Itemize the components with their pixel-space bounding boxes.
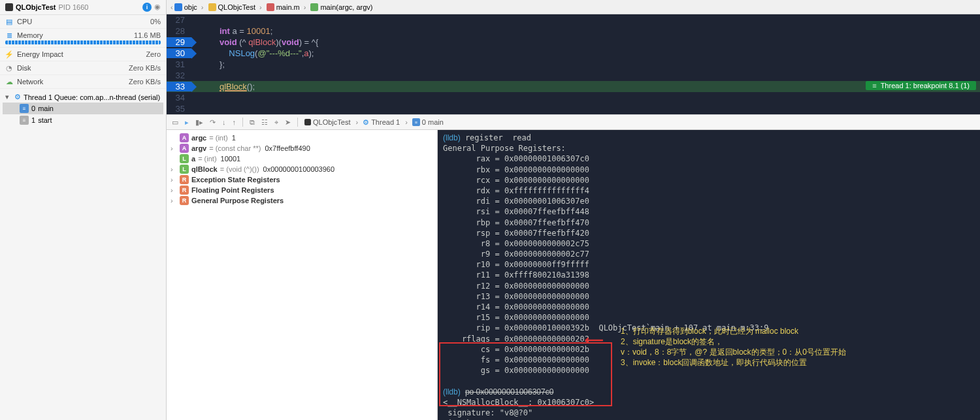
variable-row[interactable]: ›RException State Registers	[171, 174, 433, 185]
breadcrumb-segment[interactable]: main(argc, argv)	[301, 3, 373, 11]
debug-area: Aargc = (int) 1›Aargv = (const char **) …	[167, 130, 980, 420]
variable-row[interactable]: ›RFloating Point Registers	[171, 185, 433, 195]
disk-icon: ◔	[5, 64, 13, 72]
code-editor[interactable]: 2728 int a = 10001;29 void (^ qlBlock)(v…	[167, 14, 980, 114]
debug-crumb-segment[interactable]: ≡0 main	[402, 118, 444, 126]
variables-view[interactable]: Aargc = (int) 1›Aargv = (const char **) …	[167, 130, 438, 420]
eye-icon[interactable]: ◉	[154, 3, 161, 12]
line-number[interactable]: 35	[167, 104, 191, 114]
debug-crumb-label: QLObjcTest	[313, 118, 350, 126]
variable-row[interactable]: La = (int) 10001	[171, 153, 433, 164]
continue-icon[interactable]: ▮▸	[195, 118, 203, 127]
metric-row[interactable]: ⚡Energy ImpactZero	[0, 48, 166, 61]
thread-tree: ▾ ⚙ Thread 1 Queue: com.ap...n-thread (s…	[0, 89, 166, 129]
code-line[interactable]: 35	[167, 103, 980, 114]
variable-row[interactable]: ›RGeneral Purpose Registers	[171, 195, 433, 206]
lldb-console[interactable]: (lldb) register read General Purpose Reg…	[438, 130, 980, 420]
step-out-icon[interactable]: ↑	[233, 118, 237, 126]
location-icon[interactable]: ➤	[285, 118, 291, 127]
code-content: int a = 10001;	[191, 26, 272, 36]
var-kind-badge: L	[180, 154, 189, 163]
breakpoint-flag-text: Thread 1: breakpoint 8.1 (1)	[881, 82, 970, 89]
var-kind-badge: R	[180, 186, 189, 195]
hide-debug-icon[interactable]: ▭	[172, 118, 178, 127]
debug-navigator-sidebar: QLObjcTest PID 1660 i ◉ ▤CPU0%≣Memory11.…	[0, 0, 167, 420]
line-number[interactable]: 32	[167, 71, 191, 80]
breakpoints-icon[interactable]: ▸	[185, 118, 189, 127]
mem-icon: ≣	[5, 31, 13, 39]
variable-value: 10001	[221, 155, 241, 163]
line-number[interactable]: 29	[167, 37, 191, 47]
metric-row[interactable]: ☁NetworkZero KB/s	[0, 75, 166, 89]
variable-name: a	[191, 155, 195, 163]
frame-badge: ≡	[20, 104, 29, 113]
frame-badge: ≡	[20, 116, 29, 125]
breadcrumb-label: QLObjcTest	[218, 3, 255, 11]
annotation-text: 2、signature是block的签名，	[621, 336, 723, 347]
metric-row[interactable]: ◔DiskZero KB/s	[0, 61, 166, 75]
spray-icon[interactable]: ⌖	[274, 118, 278, 127]
variable-name: qlBlock	[191, 165, 218, 173]
var-kind-badge: A	[180, 144, 189, 153]
variable-row[interactable]: ›LqlBlock = (void (^)()) 0x0000000100003…	[171, 164, 433, 174]
debug-crumb-label: Thread 1	[371, 118, 400, 126]
line-number[interactable]: 34	[167, 93, 191, 103]
line-number[interactable]: 33	[167, 82, 191, 91]
line-number[interactable]: 28	[167, 26, 191, 36]
step-over-icon[interactable]: ↷	[210, 118, 216, 127]
debug-breadcrumb[interactable]: QLObjcTest⚙Thread 1≡0 main	[304, 118, 444, 127]
breadcrumb-icon	[208, 3, 216, 11]
code-line[interactable]: 34	[167, 92, 980, 103]
variable-name: argc	[191, 134, 206, 142]
disclosure-icon[interactable]: ▾	[5, 93, 12, 101]
variable-row[interactable]: Aargc = (int) 1	[171, 133, 433, 143]
line-number[interactable]: 27	[167, 15, 191, 25]
stack-frame-row[interactable]: ≡0 main	[3, 103, 163, 114]
variable-value: 0x0000000100003960	[263, 165, 335, 173]
code-line[interactable]: 31 };	[167, 59, 980, 70]
variable-row[interactable]: ›Aargv = (const char **) 0x7ffeefbff490	[171, 143, 433, 153]
code-line[interactable]: 32	[167, 70, 980, 81]
step-into-icon[interactable]: ↓	[222, 118, 226, 126]
code-line[interactable]: 27	[167, 14, 980, 25]
breakpoint-flag[interactable]: ≡Thread 1: breakpoint 8.1 (1)	[866, 81, 976, 90]
stack-frame-row[interactable]: ≡1 start	[3, 114, 163, 126]
main-area: ‹ objcQLObjcTestmain.mmain(argc, argv) 2…	[167, 0, 980, 420]
disclosure-icon[interactable]: ›	[171, 197, 177, 204]
memory-bar	[5, 40, 161, 44]
disclosure-icon[interactable]: ›	[171, 176, 177, 184]
metric-row[interactable]: ▤CPU0%	[0, 15, 166, 29]
memory-icon[interactable]: ☷	[261, 118, 268, 127]
code-line[interactable]: 29 void (^ qlBlock)(void) = ^{	[167, 37, 980, 48]
thread-icon: ⚙	[14, 93, 21, 101]
thread-row[interactable]: ▾ ⚙ Thread 1 Queue: com.ap...n-thread (s…	[3, 91, 163, 103]
debug-crumb-segment[interactable]: ⚙Thread 1	[353, 118, 400, 127]
metric-value: 11.6 MB	[134, 31, 161, 39]
var-kind-badge: R	[180, 175, 189, 184]
highlight-box	[439, 342, 612, 406]
metric-value: Zero	[146, 50, 161, 58]
breadcrumb-segment[interactable]: objc	[174, 3, 197, 11]
annotation-text: 1、打印寄存器得到block，此时已经为 malloc block	[621, 326, 798, 336]
back-icon[interactable]: ‹	[171, 3, 173, 11]
line-number[interactable]: 31	[167, 59, 191, 69]
breadcrumb-icon	[310, 3, 318, 11]
metric-row[interactable]: ≣Memory11.6 MB	[0, 29, 166, 48]
code-line[interactable]: 33 qlBlock();≡Thread 1: breakpoint 8.1 (…	[167, 81, 980, 92]
metric-value: Zero KB/s	[129, 78, 161, 86]
disclosure-icon[interactable]: ›	[171, 165, 177, 173]
variable-value: 0x7ffeefbff490	[265, 144, 310, 152]
debug-crumb-segment[interactable]: QLObjcTest	[304, 118, 350, 126]
frame-name: main	[38, 105, 54, 112]
disclosure-icon[interactable]: ›	[171, 186, 177, 194]
view-icon[interactable]: ⧉	[250, 118, 255, 127]
var-kind-badge: A	[180, 133, 189, 142]
line-number[interactable]: 30	[167, 48, 191, 58]
code-line[interactable]: 30 NSLog(@"---%d---",a);	[167, 48, 980, 59]
breadcrumb-segment[interactable]: QLObjcTest	[199, 3, 255, 11]
breadcrumb-label: main(argc, argv)	[320, 3, 372, 11]
breadcrumb-segment[interactable]: main.m	[257, 3, 300, 11]
info-icon[interactable]: i	[142, 3, 152, 12]
code-line[interactable]: 28 int a = 10001;	[167, 25, 980, 37]
disclosure-icon[interactable]: ›	[171, 144, 177, 152]
